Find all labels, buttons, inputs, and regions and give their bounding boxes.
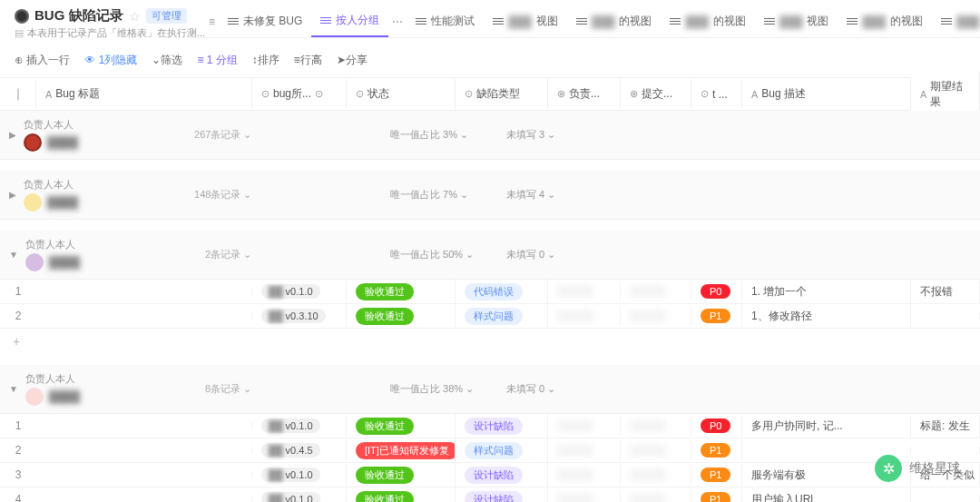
col-defect-type: ⊙缺陷类型 xyxy=(456,79,548,109)
view-tabs: ≡未修复 BUG按人分组⋯性能测试███视图███的视图███的视图███视图█… xyxy=(191,5,980,38)
tab-5[interactable]: ███的视图 xyxy=(661,6,755,36)
tab-7[interactable]: ███的视图 xyxy=(838,6,932,36)
group-button[interactable]: ≡ 1 分组 xyxy=(197,53,237,68)
avatar xyxy=(25,388,44,406)
avatar xyxy=(25,253,44,271)
col-status: ⊙状态 xyxy=(347,79,456,109)
table-row[interactable]: 3██v0.1.0验收通过设计缺陷P1服务端有极给一个类似 xyxy=(0,463,980,487)
table-row[interactable]: 4██v0.1.0验收通过设计缺陷P1用户输入URl xyxy=(0,487,980,502)
table-row[interactable]: 1██v0.1.0验收通过代码错误P01. 增加一个不报错 xyxy=(0,280,980,304)
version-cell: ██v0.1.0 xyxy=(252,464,347,486)
version-cell: ██v0.1.0 xyxy=(252,281,347,302)
tab-3[interactable]: ███视图 xyxy=(484,6,567,36)
tab-more[interactable]: ⋯ xyxy=(388,12,407,32)
star-icon[interactable]: ☆ xyxy=(129,9,141,24)
group-header: ▼负责人本人████2条记录 ⌄唯一值占比 50% ⌄未填写 0 ⌄ xyxy=(0,231,980,280)
version-cell: ██v0.1.0 xyxy=(252,415,347,437)
col-owner: ⊗负责... xyxy=(548,79,621,109)
tab-6[interactable]: ███视图 xyxy=(755,6,838,36)
chevron-down-icon[interactable]: ▼ xyxy=(9,250,18,260)
record-count: 2条记录 ⌄ xyxy=(205,248,251,261)
record-count: 267条记录 ⌄ xyxy=(194,128,251,142)
watermark: ✲ 维格星球 xyxy=(875,455,960,482)
owner-cell xyxy=(548,306,621,326)
owner-cell xyxy=(548,416,621,436)
tab-0[interactable]: 未修复 BUG xyxy=(219,6,311,36)
unique-stat: 唯一值占比 38% ⌄ xyxy=(390,382,474,396)
chevron-down-icon[interactable]: ▼ xyxy=(9,384,18,394)
record-count: 148条记录 ⌄ xyxy=(194,188,251,202)
priority-cell: P1 xyxy=(691,439,742,461)
expect-cell: 不报错 xyxy=(911,281,980,303)
table-row[interactable]: 2██v0.4.5[IT]已通知研发修复样式问题P1 xyxy=(0,438,980,463)
col-desc: ABug 描述 xyxy=(742,79,911,109)
commit-cell xyxy=(621,281,691,301)
commit-cell xyxy=(621,306,691,326)
commit-cell xyxy=(621,489,691,502)
commit-cell xyxy=(621,465,691,485)
unique-stat: 唯一值占比 3% ⌄ xyxy=(390,128,468,142)
table-view-icon xyxy=(941,17,952,26)
tab-2[interactable]: 性能测试 xyxy=(407,6,484,36)
expect-cell: 标题: 发生 xyxy=(911,415,980,438)
page-subtitle: 本表用于记录产品「维格表」在执行测... xyxy=(27,26,205,40)
col-belong: ⊙bug所...⊙ xyxy=(252,79,347,109)
add-row-button[interactable]: + xyxy=(0,329,980,354)
table-row[interactable]: 2██v0.3.10验收通过样式问题P11、修改路径 xyxy=(0,304,980,329)
table-view-icon xyxy=(847,17,858,26)
tabs-collapse[interactable]: ≡ xyxy=(205,12,219,32)
table-row[interactable]: 1██v0.1.0验收通过设计缺陷P0多用户协同时, 记...标题: 发生 xyxy=(0,414,980,438)
tab-1[interactable]: 按人分组 xyxy=(311,5,388,37)
unfilled-stat: 未填写 3 ⌄ xyxy=(506,128,555,142)
tab-8[interactable]: ███ xyxy=(932,8,980,35)
avatar xyxy=(24,133,42,152)
toolbar: ⊕ 插入一行 👁 1列隐藏 ⌄筛选 ≡ 1 分组 ↕排序 ≡行高 ➤分享 xyxy=(0,44,980,78)
table-view-icon xyxy=(670,17,681,26)
insert-row-button[interactable]: ⊕ 插入一行 xyxy=(15,53,70,68)
type-cell: 设计缺陷 xyxy=(456,487,548,503)
status-cell: 验收通过 xyxy=(347,463,456,487)
priority-cell: P0 xyxy=(691,281,742,302)
type-cell: 样式问题 xyxy=(456,304,548,329)
row-height-button[interactable]: ≡行高 xyxy=(294,53,322,68)
tab-4[interactable]: ███的视图 xyxy=(567,6,662,36)
chevron-right-icon[interactable]: ▶ xyxy=(9,190,16,200)
sort-button[interactable]: ↕排序 xyxy=(252,53,279,68)
checkbox-header[interactable] xyxy=(0,81,36,108)
chevron-right-icon[interactable]: ▶ xyxy=(9,130,16,140)
hide-columns-button[interactable]: 👁 1列隐藏 xyxy=(84,53,137,68)
page-title: BUG 缺陷记录 xyxy=(34,7,123,25)
desc-cell: 1. 增加一个 xyxy=(742,281,911,303)
commit-cell xyxy=(621,440,691,460)
table-view-icon xyxy=(764,17,775,26)
status-cell: 验收通过 xyxy=(347,487,456,503)
col-expect: A期望结果 xyxy=(911,72,980,117)
expect-cell xyxy=(911,496,980,502)
avatar xyxy=(24,193,42,212)
table-view-icon xyxy=(228,17,239,26)
table-icon xyxy=(15,9,29,24)
column-headers: ABug 标题 ⊙bug所...⊙ ⊙状态 ⊙缺陷类型 ⊗负责... ⊗提交..… xyxy=(0,78,980,111)
table-view-icon xyxy=(576,17,587,26)
status-cell: 验收通过 xyxy=(347,414,456,438)
owner-cell xyxy=(548,465,621,485)
table-view-icon xyxy=(493,17,504,26)
group-header: ▶负责人本人████267条记录 ⌄唯一值占比 3% ⌄未填写 3 ⌄ xyxy=(0,111,980,160)
filter-button[interactable]: ⌄筛选 xyxy=(152,53,182,68)
expect-cell xyxy=(911,312,980,320)
manage-tag: 可管理 xyxy=(146,8,187,24)
status-cell: 验收通过 xyxy=(347,304,456,329)
expect-cell xyxy=(911,447,980,454)
desc-cell: 多用户协同时, 记... xyxy=(742,415,911,438)
col-title: ABug 标题 xyxy=(36,79,252,109)
type-cell: 样式问题 xyxy=(456,438,548,463)
owner-cell xyxy=(548,489,621,502)
desc-cell xyxy=(742,447,911,454)
priority-cell: P0 xyxy=(691,415,742,437)
version-cell: ██v0.1.0 xyxy=(252,488,347,502)
desc-cell: 1、修改路径 xyxy=(742,305,911,328)
share-button[interactable]: ➤分享 xyxy=(337,53,368,68)
status-cell: [IT]已通知研发修复 xyxy=(347,438,456,463)
version-cell: ██v0.4.5 xyxy=(252,439,347,461)
version-cell: ██v0.3.10 xyxy=(252,305,347,327)
